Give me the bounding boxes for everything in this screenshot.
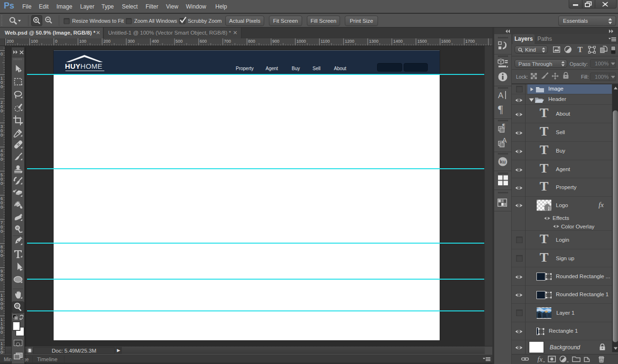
svg-text:1100: 1100 <box>321 39 330 44</box>
svg-text:1600: 1600 <box>441 39 451 44</box>
svg-text:1700: 1700 <box>465 39 475 44</box>
svg-text:900: 900 <box>272 39 279 44</box>
svg-text:100: 100 <box>79 39 86 44</box>
svg-text:1400: 1400 <box>393 39 403 44</box>
svg-text:0: 0 <box>0 253 3 258</box>
svg-text:0: 0 <box>0 330 3 335</box>
svg-text:1500: 1500 <box>417 39 427 44</box>
svg-text:600: 600 <box>200 39 207 44</box>
svg-text:0: 0 <box>0 133 3 137</box>
svg-text:300: 300 <box>128 39 135 44</box>
svg-text:800: 800 <box>248 39 255 44</box>
svg-text:A: A <box>498 91 504 100</box>
svg-text:0: 0 <box>0 350 3 354</box>
svg-text:0: 0 <box>0 229 3 234</box>
svg-text:0: 0 <box>0 52 3 56</box>
svg-text:0: 0 <box>0 109 3 113</box>
svg-text:0: 0 <box>0 306 3 310</box>
svg-text:100: 100 <box>31 39 38 44</box>
svg-text:1000: 1000 <box>296 39 306 44</box>
svg-text:A: A <box>502 137 507 144</box>
svg-text:0: 0 <box>55 39 57 44</box>
svg-text:1200: 1200 <box>345 39 354 44</box>
svg-text:1300: 1300 <box>369 39 378 44</box>
svg-text:700: 700 <box>224 39 231 44</box>
svg-text:500: 500 <box>175 39 183 44</box>
svg-text:0: 0 <box>0 205 3 209</box>
svg-text:400: 400 <box>152 39 159 44</box>
svg-text:¶: ¶ <box>502 123 505 129</box>
svg-text:0: 0 <box>0 277 3 282</box>
svg-text:ku: ku <box>500 159 506 164</box>
svg-text:¶: ¶ <box>498 104 503 114</box>
svg-text:200: 200 <box>7 39 14 44</box>
svg-text:0: 0 <box>0 157 3 162</box>
svg-text:200: 200 <box>103 39 111 44</box>
svg-text:0: 0 <box>0 181 3 186</box>
svg-text:fx: fx <box>537 355 543 363</box>
svg-text:0: 0 <box>0 84 3 89</box>
